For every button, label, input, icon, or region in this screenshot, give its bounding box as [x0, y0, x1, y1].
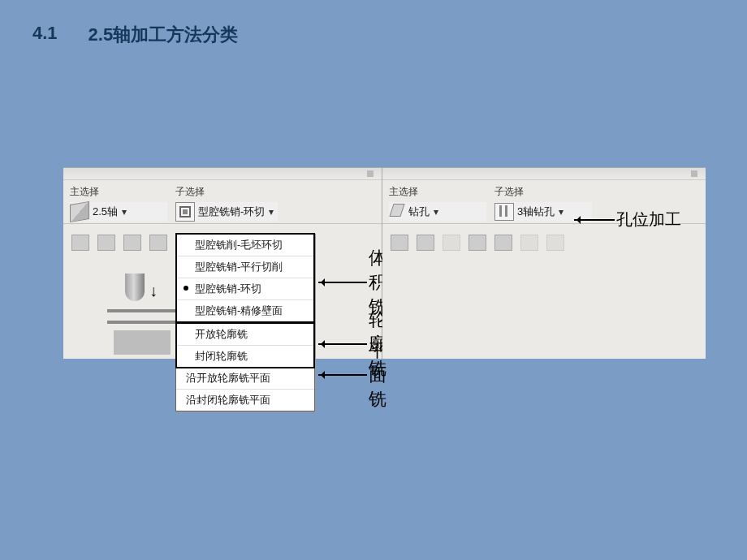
main-select-label: 主选择 — [389, 185, 486, 199]
three-axis-drill-icon — [494, 203, 514, 221]
pocket-mill-icon — [175, 202, 195, 222]
main-select-label: 主选择 — [70, 185, 167, 199]
main-select-field[interactable]: 钻孔 ▾ — [389, 202, 486, 222]
sub-select-value: 3轴钻孔 — [517, 205, 555, 219]
toolbar-button[interactable] — [123, 235, 141, 251]
toolbar-button[interactable] — [97, 235, 115, 251]
tool-preview: ↓ — [107, 274, 180, 355]
cube-icon — [70, 201, 89, 222]
chevron-down-icon: ▾ — [555, 206, 568, 218]
panel-titlebar — [63, 168, 382, 180]
chevron-down-icon: ▾ — [118, 206, 131, 218]
dropdown-item[interactable]: 封闭轮廓铣 — [177, 346, 313, 367]
dropdown-item[interactable]: 开放轮廓铣 — [177, 324, 313, 346]
toolbar-button[interactable] — [520, 235, 538, 251]
dropdown-item[interactable]: 沿开放轮廓铣平面 — [176, 368, 314, 390]
sub-select-column: 子选择 型腔铣销-环切 ▾ — [175, 185, 278, 222]
selector-row: 主选择 2.5轴 ▾ 子选择 型腔铣销-环切 ▾ — [63, 180, 382, 224]
chevron-down-icon: ▾ — [265, 206, 278, 218]
section-title: 2.5轴加工方法分类 — [89, 23, 239, 47]
toolbar-button[interactable] — [71, 235, 89, 251]
chevron-down-icon: ▾ — [430, 206, 443, 218]
dropdown-item[interactable]: 型腔铣销-平行切削 — [177, 256, 313, 278]
dropdown-item[interactable]: 沿封闭轮廓铣平面 — [176, 390, 314, 411]
main-select-value: 钻孔 — [408, 205, 430, 219]
screenshot-composite: 主选择 2.5轴 ▾ 子选择 型腔铣销-环切 ▾ — [63, 167, 705, 359]
toolbar-button[interactable] — [468, 235, 486, 251]
dropdown-item[interactable]: 型腔铣销-精修壁面 — [177, 300, 313, 321]
sub-select-value: 型腔铣销-环切 — [198, 205, 265, 219]
sub-select-field[interactable]: 型腔铣销-环切 ▾ — [175, 202, 278, 222]
toolbar-button[interactable] — [149, 235, 167, 251]
arrow-left-icon — [318, 374, 367, 376]
main-select-field[interactable]: 2.5轴 ▾ — [70, 202, 167, 222]
sub-select-dropdown: 型腔铣削-毛坯环切 型腔铣销-平行切削 型腔铣销-环切 型腔铣销-精修壁面 开放… — [175, 233, 315, 411]
dropdown-item[interactable]: 型腔铣削-毛坯环切 — [177, 235, 313, 256]
slide-heading: 4.1 2.5轴加工方法分类 — [32, 23, 238, 47]
left-panel: 主选择 2.5轴 ▾ 子选择 型腔铣销-环切 ▾ — [63, 167, 382, 359]
annotation-hole-machining: 孔位加工 — [574, 209, 681, 230]
drill-icon — [389, 204, 405, 220]
main-select-value: 2.5轴 — [93, 205, 118, 219]
toolbar-button[interactable] — [546, 235, 564, 251]
dropdown-group-planar: 沿开放轮廓铣平面 沿封闭轮廓铣平面 — [176, 368, 314, 411]
tool-bit-graphic — [125, 274, 145, 301]
preview-line — [107, 309, 180, 312]
section-number: 4.1 — [32, 23, 58, 47]
toolbar-button[interactable] — [417, 235, 434, 251]
sub-select-label: 子选择 — [494, 185, 592, 199]
dropdown-group-contour: 开放轮廓铣 封闭轮廓铣 — [175, 322, 315, 368]
panel-titlebar — [382, 168, 706, 180]
main-select-column: 主选择 2.5轴 ▾ — [70, 185, 167, 222]
dropdown-item[interactable]: 型腔铣销-环切 — [177, 278, 313, 300]
preview-block — [114, 330, 171, 355]
right-panel: 主选择 钻孔 ▾ 子选择 3轴钻孔 ▾ — [382, 167, 706, 359]
toolbar-button[interactable] — [494, 235, 512, 251]
toolbar-button[interactable] — [443, 235, 460, 251]
dropdown-group-volume: 型腔铣削-毛坯环切 型腔铣销-平行切削 型腔铣销-环切 型腔铣销-精修壁面 — [175, 233, 315, 323]
annotation-label: 孔位加工 — [616, 209, 681, 230]
sub-select-label: 子选择 — [175, 185, 278, 199]
toolbar-button[interactable] — [391, 235, 408, 251]
arrow-left-icon — [574, 219, 615, 221]
annotation-planar-mill: 平面铣 — [318, 338, 386, 411]
main-select-column: 主选择 钻孔 ▾ — [389, 185, 486, 222]
arrow-left-icon — [318, 282, 367, 283]
down-arrow-icon: ↓ — [149, 282, 158, 300]
preview-line — [107, 321, 180, 324]
